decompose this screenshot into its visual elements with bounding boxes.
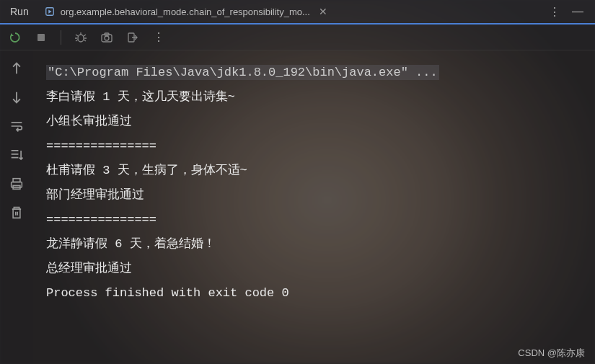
soft-wrap-icon[interactable] (9, 118, 25, 134)
minimize-icon[interactable]: — (572, 5, 583, 19)
toolbar: ⋮ (0, 25, 595, 50)
trash-icon[interactable] (9, 205, 25, 221)
svg-point-4 (105, 36, 109, 40)
down-arrow-icon[interactable] (9, 89, 25, 105)
header-bar: Run org.example.behavioral_mode.chain_of… (0, 0, 595, 25)
run-config-icon (45, 6, 55, 17)
exit-icon[interactable] (126, 31, 139, 44)
output-line: =============== (46, 134, 582, 159)
console-output[interactable]: "C:\Program Files\Java\jdk1.8.0_192\bin\… (33, 50, 595, 364)
output-line: 小组长审批通过 (46, 110, 582, 134)
more-icon[interactable]: ⋮ (549, 5, 560, 19)
run-tab[interactable]: org.example.behavioral_mode.chain_of_res… (38, 1, 338, 22)
camera-icon[interactable] (100, 31, 113, 44)
svg-rect-8 (13, 179, 20, 182)
print-icon[interactable] (9, 176, 25, 192)
watermark: CSDN @陈亦康 (518, 347, 585, 360)
svg-point-2 (78, 35, 84, 42)
output-line: 杜甫请假 3 天，生病了，身体不适~ (46, 159, 582, 183)
rerun-icon[interactable] (9, 31, 22, 44)
tab-title: org.example.behavioral_mode.chain_of_res… (61, 6, 310, 17)
output-line: 龙洋静请假 6 天，着急结婚！ (46, 232, 582, 257)
output-line: 李白请假 1 天，这几天要出诗集~ (46, 85, 582, 110)
svg-rect-1 (38, 34, 45, 41)
bug-icon[interactable] (74, 31, 87, 44)
more-toolbar-icon[interactable]: ⋮ (152, 31, 165, 44)
output-line: Process finished with exit code 0 (46, 281, 582, 306)
left-rail (0, 50, 33, 364)
output-line: 部门经理审批通过 (46, 183, 582, 208)
close-icon[interactable]: ✕ (316, 6, 330, 17)
stop-icon[interactable] (35, 31, 48, 44)
run-panel-label: Run (7, 6, 38, 17)
command-line: "C:\Program Files\Java\jdk1.8.0_192\bin\… (46, 65, 439, 80)
output-line: 总经理审批通过 (46, 257, 582, 281)
output-line: =============== (46, 208, 582, 232)
up-arrow-icon[interactable] (9, 61, 25, 76)
scroll-to-end-icon[interactable] (9, 147, 25, 163)
